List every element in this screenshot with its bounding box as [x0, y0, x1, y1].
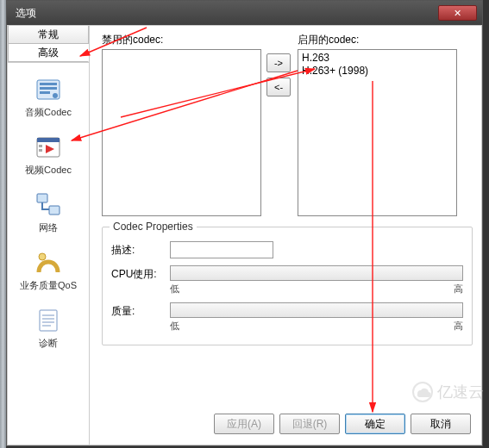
window-edge-shadow — [0, 0, 6, 448]
cpu-usage-slider-area: 低 高 — [170, 265, 463, 296]
sidebar-item-qos[interactable]: 业务质量QoS — [8, 243, 89, 301]
audio-codec-icon — [34, 75, 63, 104]
enabled-codec-label: 启用的codec: — [298, 33, 457, 47]
window-title: 选项 — [16, 6, 438, 21]
ok-button[interactable]: 确定 — [345, 414, 405, 434]
tab-general-label: 常规 — [38, 28, 59, 40]
cpu-usage-slider-labels: 低 高 — [170, 283, 463, 296]
video-codec-icon — [34, 133, 63, 162]
tab-general[interactable]: 常规 — [8, 26, 89, 44]
tab-advanced-label: 高级 — [38, 47, 59, 59]
list-item[interactable]: H.263 — [302, 52, 453, 65]
sidebar-item-label: 业务质量QoS — [9, 279, 87, 292]
enabled-codec-listbox[interactable]: H.263 H.263+ (1998) — [298, 49, 457, 216]
svg-rect-8 — [39, 145, 42, 147]
close-button[interactable]: ✕ — [438, 5, 477, 21]
slider-low-label: 低 — [170, 283, 179, 296]
disabled-codec-listbox[interactable] — [102, 49, 261, 216]
svg-rect-13 — [40, 310, 57, 331]
sidebar-item-video-codec[interactable]: 视频Codec — [8, 128, 89, 185]
move-left-button[interactable]: <- — [266, 78, 291, 96]
svg-point-4 — [53, 93, 58, 98]
slider-low-label: 低 — [170, 320, 179, 333]
slider-high-label: 高 — [454, 320, 463, 333]
right-pane: 禁用的codec: -> <- 启用的codec: H.263 H.263+ (… — [90, 26, 481, 445]
close-icon: ✕ — [454, 8, 461, 19]
sidebar-item-label: 诊断 — [9, 337, 87, 350]
svg-rect-6 — [37, 138, 60, 142]
tab-list: 常规 高级 — [8, 26, 89, 63]
apply-button-label: 应用(A) — [227, 418, 261, 430]
cpu-usage-row: CPU使用: 低 高 — [111, 265, 463, 296]
sidebar-icon-list: 音频Codec 视频Codec 网络 — [8, 63, 89, 445]
window-body: 常规 高级 音频Codec 视频Codec — [7, 25, 482, 445]
button-row: 应用(A) 回退(R) 确定 取消 — [102, 407, 473, 439]
cpu-usage-label: CPU使用: — [111, 265, 170, 283]
move-right-icon: -> — [274, 58, 283, 68]
sidebar-item-label: 视频Codec — [9, 164, 87, 177]
sidebar-item-audio-codec[interactable]: 音频Codec — [8, 70, 89, 128]
quality-slider-area: 低 高 — [170, 302, 463, 333]
svg-rect-11 — [49, 206, 60, 215]
svg-rect-1 — [40, 83, 57, 85]
left-column: 常规 高级 音频Codec 视频Codec — [8, 26, 90, 445]
back-button-label: 回退(R) — [292, 418, 328, 430]
sidebar-item-label: 音频Codec — [9, 106, 87, 119]
quality-label: 质量: — [111, 302, 170, 320]
description-label: 描述: — [111, 241, 170, 258]
svg-rect-3 — [40, 91, 50, 94]
svg-point-12 — [39, 253, 46, 260]
codec-row: 禁用的codec: -> <- 启用的codec: H.263 H.263+ (… — [102, 33, 473, 216]
back-button[interactable]: 回退(R) — [279, 414, 340, 434]
codec-properties-group: Codec Properties 描述: CPU使用: 低 高 — [102, 227, 473, 345]
sidebar-item-network[interactable]: 网络 — [8, 185, 89, 243]
apply-button[interactable]: 应用(A) — [214, 414, 274, 434]
svg-rect-2 — [40, 87, 57, 90]
list-item[interactable]: H.263+ (1998) — [302, 65, 453, 78]
tab-advanced[interactable]: 高级 — [8, 44, 89, 62]
qos-icon — [34, 248, 63, 277]
sidebar-item-label: 网络 — [9, 221, 87, 234]
cancel-button[interactable]: 取消 — [411, 414, 471, 434]
cancel-button-label: 取消 — [430, 418, 451, 430]
move-buttons: -> <- — [266, 33, 292, 216]
description-row: 描述: — [111, 241, 463, 258]
svg-rect-10 — [37, 194, 47, 202]
description-input[interactable] — [170, 241, 273, 258]
options-window: 选项 ✕ 常规 高级 音频Codec — [6, 0, 483, 446]
cpu-usage-slider[interactable] — [170, 265, 463, 281]
move-right-button[interactable]: -> — [266, 53, 291, 72]
slider-high-label: 高 — [454, 283, 463, 296]
svg-rect-9 — [39, 149, 42, 152]
titlebar: 选项 ✕ — [7, 1, 482, 25]
diagnostics-icon — [34, 306, 63, 335]
quality-slider[interactable] — [170, 302, 463, 318]
enabled-codec-column: 启用的codec: H.263 H.263+ (1998) — [298, 33, 457, 216]
quality-row: 质量: 低 高 — [111, 302, 463, 333]
move-left-icon: <- — [274, 82, 283, 92]
network-icon — [34, 190, 63, 220]
sidebar-item-diagnostics[interactable]: 诊断 — [8, 301, 89, 358]
disabled-codec-column: 禁用的codec: — [102, 33, 261, 216]
group-title: Codec Properties — [110, 221, 197, 233]
quality-slider-labels: 低 高 — [170, 320, 463, 333]
disabled-codec-label: 禁用的codec: — [102, 33, 261, 47]
ok-button-label: 确定 — [365, 418, 386, 430]
